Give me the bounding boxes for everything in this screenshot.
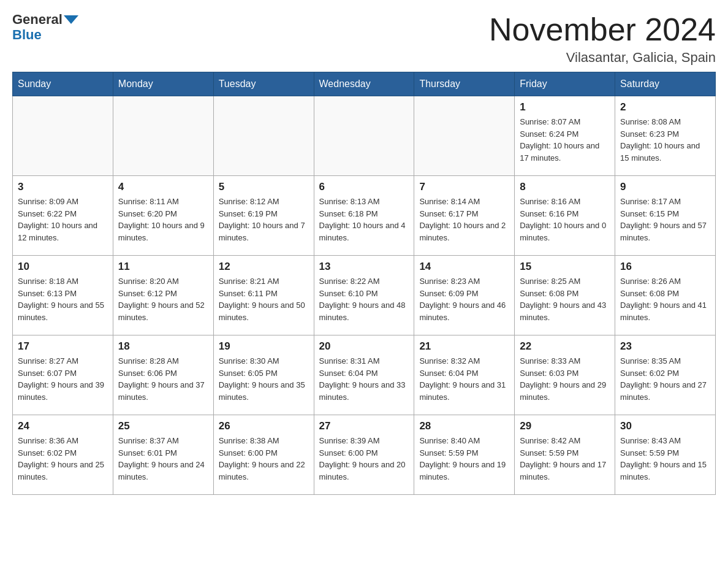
calendar-cell: 1Sunrise: 8:07 AM Sunset: 6:24 PM Daylig… <box>515 96 615 176</box>
day-number: 14 <box>419 261 509 273</box>
day-number: 15 <box>520 261 610 273</box>
day-number: 16 <box>620 261 710 273</box>
day-info: Sunrise: 8:37 AM Sunset: 6:01 PM Dayligh… <box>118 435 208 483</box>
day-info: Sunrise: 8:16 AM Sunset: 6:16 PM Dayligh… <box>520 196 610 243</box>
title-block: November 2024 Vilasantar, Galicia, Spain <box>489 12 716 66</box>
weekday-header-thursday: Thursday <box>414 72 515 96</box>
day-number: 10 <box>18 261 108 273</box>
day-info: Sunrise: 8:31 AM Sunset: 6:04 PM Dayligh… <box>319 355 409 403</box>
calendar-cell: 16Sunrise: 8:26 AM Sunset: 6:08 PM Dayli… <box>615 256 716 335</box>
calendar-cell: 27Sunrise: 8:39 AM Sunset: 6:00 PM Dayli… <box>314 415 414 495</box>
calendar-cell: 2Sunrise: 8:08 AM Sunset: 6:23 PM Daylig… <box>615 96 716 176</box>
calendar-cell: 25Sunrise: 8:37 AM Sunset: 6:01 PM Dayli… <box>113 415 213 495</box>
day-info: Sunrise: 8:42 AM Sunset: 5:59 PM Dayligh… <box>520 435 610 483</box>
day-info: Sunrise: 8:40 AM Sunset: 5:59 PM Dayligh… <box>419 435 509 483</box>
day-number: 26 <box>219 420 309 432</box>
day-number: 30 <box>620 420 710 432</box>
day-number: 6 <box>319 181 409 193</box>
day-info: Sunrise: 8:38 AM Sunset: 6:00 PM Dayligh… <box>219 435 309 483</box>
day-info: Sunrise: 8:30 AM Sunset: 6:05 PM Dayligh… <box>219 355 309 403</box>
calendar-cell: 10Sunrise: 8:18 AM Sunset: 6:13 PM Dayli… <box>13 256 113 335</box>
calendar-cell: 7Sunrise: 8:14 AM Sunset: 6:17 PM Daylig… <box>414 176 515 256</box>
day-info: Sunrise: 8:27 AM Sunset: 6:07 PM Dayligh… <box>18 355 108 403</box>
day-info: Sunrise: 8:07 AM Sunset: 6:24 PM Dayligh… <box>520 116 610 164</box>
calendar-cell: 20Sunrise: 8:31 AM Sunset: 6:04 PM Dayli… <box>314 335 414 415</box>
day-info: Sunrise: 8:26 AM Sunset: 6:08 PM Dayligh… <box>620 275 710 323</box>
calendar-cell: 19Sunrise: 8:30 AM Sunset: 6:05 PM Dayli… <box>213 335 314 415</box>
day-info: Sunrise: 8:21 AM Sunset: 6:11 PM Dayligh… <box>219 275 309 323</box>
weekday-header-row: SundayMondayTuesdayWednesdayThursdayFrid… <box>13 72 716 96</box>
calendar-cell: 9Sunrise: 8:17 AM Sunset: 6:15 PM Daylig… <box>615 176 716 256</box>
day-info: Sunrise: 8:43 AM Sunset: 5:59 PM Dayligh… <box>620 435 710 483</box>
calendar-cell: 11Sunrise: 8:20 AM Sunset: 6:12 PM Dayli… <box>113 256 213 335</box>
weekday-header-tuesday: Tuesday <box>213 72 314 96</box>
calendar-week-5: 24Sunrise: 8:36 AM Sunset: 6:02 PM Dayli… <box>13 415 716 495</box>
calendar-week-2: 3Sunrise: 8:09 AM Sunset: 6:22 PM Daylig… <box>13 176 716 256</box>
calendar-cell: 8Sunrise: 8:16 AM Sunset: 6:16 PM Daylig… <box>515 176 615 256</box>
day-number: 25 <box>118 420 208 432</box>
day-info: Sunrise: 8:28 AM Sunset: 6:06 PM Dayligh… <box>118 355 208 403</box>
day-info: Sunrise: 8:35 AM Sunset: 6:02 PM Dayligh… <box>620 355 710 403</box>
day-number: 2 <box>620 101 710 113</box>
day-number: 9 <box>620 181 710 193</box>
calendar-cell <box>414 96 515 176</box>
day-number: 28 <box>419 420 509 432</box>
day-number: 12 <box>219 261 309 273</box>
day-info: Sunrise: 8:18 AM Sunset: 6:13 PM Dayligh… <box>18 275 108 323</box>
logo-text-general: General <box>12 12 63 27</box>
day-number: 19 <box>219 340 309 353</box>
day-info: Sunrise: 8:36 AM Sunset: 6:02 PM Dayligh… <box>18 435 108 483</box>
calendar-cell: 18Sunrise: 8:28 AM Sunset: 6:06 PM Dayli… <box>113 335 213 415</box>
day-info: Sunrise: 8:11 AM Sunset: 6:20 PM Dayligh… <box>118 196 208 243</box>
day-info: Sunrise: 8:23 AM Sunset: 6:09 PM Dayligh… <box>419 275 509 323</box>
calendar-cell: 15Sunrise: 8:25 AM Sunset: 6:08 PM Dayli… <box>515 256 615 335</box>
day-number: 5 <box>219 181 309 193</box>
calendar-cell: 4Sunrise: 8:11 AM Sunset: 6:20 PM Daylig… <box>113 176 213 256</box>
logo: General Blue <box>12 12 78 43</box>
day-info: Sunrise: 8:32 AM Sunset: 6:04 PM Dayligh… <box>419 355 509 403</box>
weekday-header-monday: Monday <box>113 72 213 96</box>
day-number: 7 <box>419 181 509 193</box>
weekday-header-saturday: Saturday <box>615 72 716 96</box>
day-info: Sunrise: 8:08 AM Sunset: 6:23 PM Dayligh… <box>620 116 710 164</box>
calendar-cell: 21Sunrise: 8:32 AM Sunset: 6:04 PM Dayli… <box>414 335 515 415</box>
day-number: 24 <box>18 420 108 432</box>
calendar-cell: 5Sunrise: 8:12 AM Sunset: 6:19 PM Daylig… <box>213 176 314 256</box>
day-number: 17 <box>18 340 108 353</box>
day-info: Sunrise: 8:13 AM Sunset: 6:18 PM Dayligh… <box>319 196 409 243</box>
day-number: 22 <box>520 340 610 353</box>
day-info: Sunrise: 8:12 AM Sunset: 6:19 PM Dayligh… <box>219 196 309 243</box>
logo-text-blue: Blue <box>12 27 42 43</box>
day-info: Sunrise: 8:17 AM Sunset: 6:15 PM Dayligh… <box>620 196 710 243</box>
calendar-cell: 29Sunrise: 8:42 AM Sunset: 5:59 PM Dayli… <box>515 415 615 495</box>
day-info: Sunrise: 8:09 AM Sunset: 6:22 PM Dayligh… <box>18 196 108 243</box>
day-info: Sunrise: 8:39 AM Sunset: 6:00 PM Dayligh… <box>319 435 409 483</box>
calendar-cell: 26Sunrise: 8:38 AM Sunset: 6:00 PM Dayli… <box>213 415 314 495</box>
day-info: Sunrise: 8:22 AM Sunset: 6:10 PM Dayligh… <box>319 275 409 323</box>
calendar-week-1: 1Sunrise: 8:07 AM Sunset: 6:24 PM Daylig… <box>13 96 716 176</box>
weekday-header-sunday: Sunday <box>13 72 113 96</box>
calendar-cell: 28Sunrise: 8:40 AM Sunset: 5:59 PM Dayli… <box>414 415 515 495</box>
calendar-cell: 13Sunrise: 8:22 AM Sunset: 6:10 PM Dayli… <box>314 256 414 335</box>
day-info: Sunrise: 8:33 AM Sunset: 6:03 PM Dayligh… <box>520 355 610 403</box>
calendar-cell <box>113 96 213 176</box>
logo-arrow-icon <box>64 15 78 24</box>
calendar-week-3: 10Sunrise: 8:18 AM Sunset: 6:13 PM Dayli… <box>13 256 716 335</box>
day-info: Sunrise: 8:14 AM Sunset: 6:17 PM Dayligh… <box>419 196 509 243</box>
location: Vilasantar, Galicia, Spain <box>489 50 716 66</box>
calendar-cell: 24Sunrise: 8:36 AM Sunset: 6:02 PM Dayli… <box>13 415 113 495</box>
weekday-header-friday: Friday <box>515 72 615 96</box>
calendar-cell: 6Sunrise: 8:13 AM Sunset: 6:18 PM Daylig… <box>314 176 414 256</box>
weekday-header-wednesday: Wednesday <box>314 72 414 96</box>
day-number: 4 <box>118 181 208 193</box>
day-number: 23 <box>620 340 710 353</box>
calendar-cell: 22Sunrise: 8:33 AM Sunset: 6:03 PM Dayli… <box>515 335 615 415</box>
day-number: 29 <box>520 420 610 432</box>
day-number: 20 <box>319 340 409 353</box>
day-number: 18 <box>118 340 208 353</box>
calendar-cell: 17Sunrise: 8:27 AM Sunset: 6:07 PM Dayli… <box>13 335 113 415</box>
day-info: Sunrise: 8:25 AM Sunset: 6:08 PM Dayligh… <box>520 275 610 323</box>
day-info: Sunrise: 8:20 AM Sunset: 6:12 PM Dayligh… <box>118 275 208 323</box>
day-number: 1 <box>520 101 610 113</box>
calendar-cell: 23Sunrise: 8:35 AM Sunset: 6:02 PM Dayli… <box>615 335 716 415</box>
